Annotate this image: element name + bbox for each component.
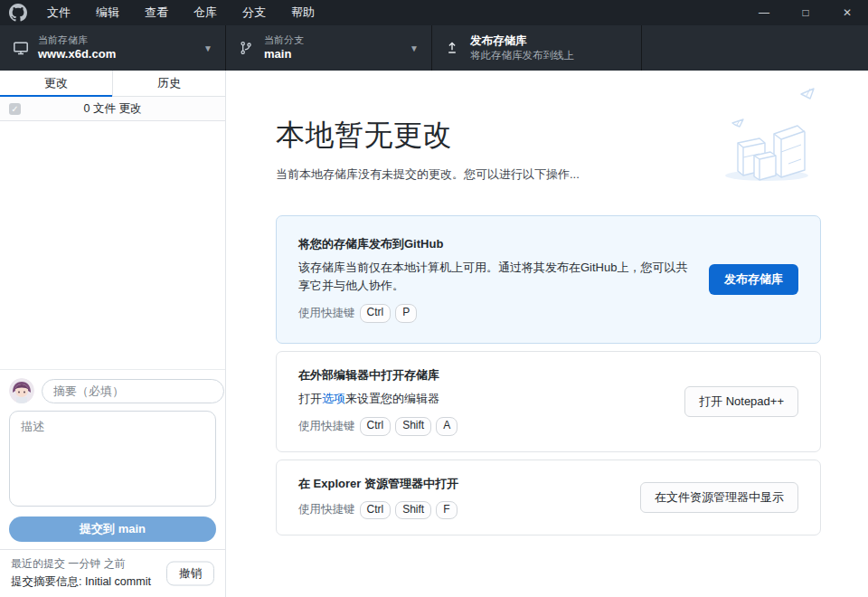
body-suffix: 来设置您的编辑器: [345, 392, 439, 405]
git-branch-icon: [239, 41, 255, 55]
maximize-button[interactable]: □: [785, 0, 826, 25]
window-controls: — □ ✕: [743, 0, 868, 25]
menu-branch[interactable]: 分支: [230, 0, 278, 25]
changes-count-label: 0 文件 更改: [84, 101, 142, 117]
titlebar: 文件 编辑 查看 仓库 分支 帮助 — □ ✕: [0, 0, 868, 25]
current-repository-dropdown[interactable]: 当前存储库 www.x6d.com ▼: [0, 25, 226, 71]
select-all-checkbox[interactable]: ✓: [9, 103, 21, 115]
tab-changes[interactable]: 更改: [0, 71, 112, 96]
close-button[interactable]: ✕: [826, 0, 868, 25]
commit-summary-value: Initial commit: [85, 575, 151, 588]
open-notepad-button[interactable]: 打开 Notepad++: [684, 386, 798, 417]
branch-label: 当前分支: [264, 34, 304, 47]
github-desktop-window: 文件 编辑 查看 仓库 分支 帮助 — □ ✕ 当前存储库 www.x6d.co…: [0, 0, 868, 597]
repo-label: 当前存储库: [38, 34, 116, 47]
key-ctrl: Ctrl: [360, 304, 392, 323]
publish-title: 发布存储库: [470, 34, 574, 49]
menu-view[interactable]: 查看: [132, 0, 181, 25]
shortcut-label: 使用快捷键: [298, 502, 355, 517]
show-in-explorer-button[interactable]: 在文件资源管理器中显示: [640, 482, 798, 513]
open-editor-card-body: 打开选项来设置您的编辑器: [298, 390, 670, 408]
open-editor-card: 在外部编辑器中打开存储库 打开选项来设置您的编辑器 使用快捷键 Ctrl Shi…: [276, 351, 821, 452]
options-link[interactable]: 选项: [322, 392, 345, 405]
minimize-button[interactable]: —: [743, 0, 785, 25]
key-ctrl: Ctrl: [360, 417, 392, 436]
github-logo-icon: [9, 4, 27, 22]
changed-files-list: [0, 121, 225, 369]
key-p: P: [395, 304, 417, 323]
changes-count-header: ✓ 0 文件 更改: [0, 97, 225, 121]
publish-repository-button[interactable]: 发布存储库: [709, 264, 798, 295]
key-shift: Shift: [395, 417, 431, 436]
commit-form: 提交到 main: [0, 369, 225, 549]
key-ctrl: Ctrl: [360, 501, 392, 520]
menu-repository[interactable]: 仓库: [181, 0, 230, 25]
undo-button[interactable]: 撤销: [166, 562, 214, 586]
publish-card-title: 将您的存储库发布到GitHub: [298, 236, 694, 252]
monitor-icon: [13, 40, 29, 56]
toolbar: 当前存储库 www.x6d.com ▼ 当前分支 main ▼ 发布存储库 将此…: [0, 25, 868, 71]
publish-subtitle: 将此存储库发布到线上: [470, 49, 574, 62]
open-explorer-card-title: 在 Explorer 资源管理器中打开: [298, 476, 626, 492]
user-avatar: [9, 378, 34, 403]
current-branch-dropdown[interactable]: 当前分支 main ▼: [226, 25, 432, 71]
tab-history[interactable]: 历史: [112, 71, 225, 96]
main-panel: 本地暂无更改 当前本地存储库没有未提交的更改。您可以进行以下操作... 将您的存…: [226, 71, 868, 597]
publish-repository-toolbar-button[interactable]: 发布存储库 将此存储库发布到线上: [432, 25, 642, 71]
boxes-illustration: [707, 87, 826, 185]
sidebar-tabs: 更改 历史: [0, 71, 225, 97]
menu-help[interactable]: 帮助: [278, 0, 327, 25]
branch-name: main: [264, 47, 304, 62]
recent-commit-footer: 最近的提交 一分钟 之前 提交摘要信息: Initial commit 撤销: [0, 549, 225, 597]
open-explorer-card: 在 Explorer 资源管理器中打开 使用快捷键 Ctrl Shift F 在…: [276, 460, 821, 536]
open-editor-card-title: 在外部编辑器中打开存储库: [298, 367, 670, 384]
publish-card-body: 该存储库当前仅在本地计算机上可用。通过将其发布在GitHub上，您可以共享它并与…: [298, 259, 694, 295]
menu-file[interactable]: 文件: [34, 0, 83, 25]
key-a: A: [436, 417, 458, 436]
chevron-down-icon: ▼: [410, 43, 422, 53]
content: 更改 历史 ✓ 0 文件 更改 提交到 main 最近的提交 一分钟 之: [0, 71, 868, 597]
upload-icon: [445, 41, 461, 55]
commit-description-input[interactable]: [9, 411, 216, 507]
commit-to-main-button[interactable]: 提交到 main: [9, 516, 216, 542]
chevron-down-icon: ▼: [203, 43, 216, 53]
body-prefix: 打开: [298, 392, 322, 405]
key-shift: Shift: [395, 501, 431, 520]
sidebar: 更改 历史 ✓ 0 文件 更改 提交到 main 最近的提交 一分钟 之: [0, 71, 226, 597]
shortcut-label: 使用快捷键: [298, 306, 355, 321]
commit-summary-input[interactable]: [42, 379, 224, 403]
suggested-actions: 将您的存储库发布到GitHub 该存储库当前仅在本地计算机上可用。通过将其发布在…: [276, 215, 821, 535]
menubar: 文件 编辑 查看 仓库 分支 帮助: [34, 0, 327, 25]
commit-summary-label: 提交摘要信息:: [11, 575, 81, 588]
key-f: F: [436, 501, 457, 520]
menu-edit[interactable]: 编辑: [83, 0, 132, 25]
shortcut-label: 使用快捷键: [298, 419, 355, 434]
publish-card: 将您的存储库发布到GitHub 该存储库当前仅在本地计算机上可用。通过将其发布在…: [276, 215, 821, 344]
repo-name: www.x6d.com: [38, 47, 116, 62]
